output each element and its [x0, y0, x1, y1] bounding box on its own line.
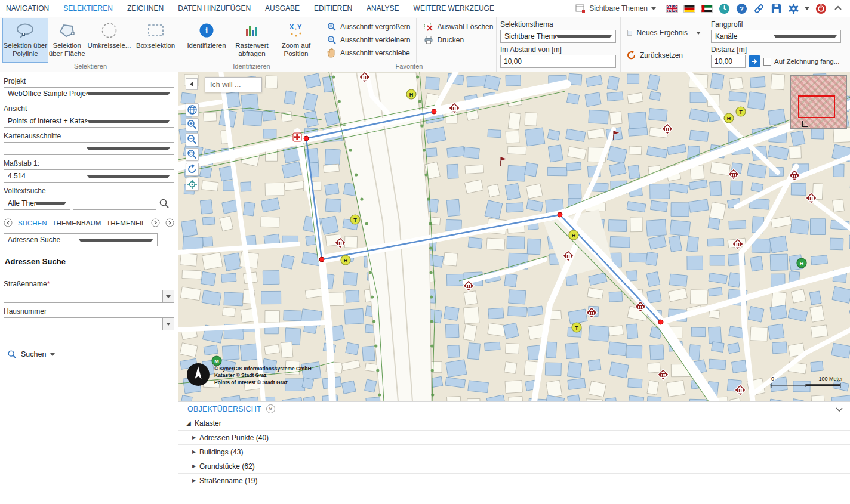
map-zoom-out-button[interactable]	[186, 133, 199, 146]
collapsed-triangle-icon[interactable]: ▶	[192, 478, 199, 483]
strassenname-input[interactable]	[4, 290, 162, 303]
poi-t-yellow-marker[interactable]: T	[736, 107, 746, 116]
volltextsuche-search-button[interactable]	[159, 198, 170, 209]
de-flag-icon[interactable]	[683, 5, 695, 13]
tree-row-buildings[interactable]: ▶ Buildings (43)	[178, 444, 850, 459]
save-icon[interactable]	[770, 2, 782, 14]
uk-flag-icon[interactable]	[666, 5, 678, 13]
ansicht-dropdown[interactable]: Points of Interest + Kataster	[4, 115, 174, 128]
abstand-input[interactable]	[500, 55, 616, 68]
map-zoom-in-button[interactable]	[186, 118, 199, 131]
zoom-window-button[interactable]	[186, 148, 199, 161]
poi-cross-marker[interactable]	[293, 133, 301, 141]
i-want-to-search-input[interactable]: Ich will ...	[205, 77, 262, 92]
overview-toggle-icon[interactable]	[802, 121, 808, 127]
identify-button[interactable]: i Identifizieren	[184, 18, 229, 63]
tabs-scroll-left-button[interactable]	[4, 218, 13, 227]
collapsed-triangle-icon[interactable]: ▶	[192, 449, 199, 454]
print-button[interactable]: Drucken	[421, 33, 495, 47]
ribbon: Selektion über Polylinie Selektion über …	[0, 17, 850, 72]
overview-map[interactable]	[790, 75, 847, 129]
selection-vertex[interactable]	[432, 109, 436, 114]
tree-row-adressen-punkte[interactable]: ▶ Adressen Punkte (40)	[178, 430, 850, 444]
select-by-polyline-button[interactable]: Selektion über Polylinie	[2, 18, 48, 63]
help-icon[interactable]: ?	[735, 2, 747, 14]
raster-value-button[interactable]: Rasterwert abfragen	[229, 18, 275, 63]
selection-vertex[interactable]	[304, 136, 309, 141]
tab-themenbaum[interactable]: THEMENBAUM	[53, 219, 101, 227]
pan-extent-button[interactable]: Ausschnitt verschiebe	[325, 47, 412, 60]
zoom-out-extent-button[interactable]: Ausschnitt verkleinern	[325, 33, 412, 47]
volltextsuche-scope-dropdown[interactable]: Alle Themen	[4, 197, 70, 210]
clear-selection-button[interactable]: Auswahl Löschen	[421, 20, 495, 33]
select-by-area-button[interactable]: Selektion über Fläche	[48, 18, 86, 63]
menu-editieren[interactable]: EDITIEREN	[314, 4, 352, 13]
hausnummer-dropdown-button[interactable]	[162, 317, 174, 330]
close-panel-icon[interactable]: ✕	[266, 404, 275, 413]
tab-suchen[interactable]: SUCHEN	[18, 219, 47, 227]
map-canvas[interactable]: HHHHHTTTM	[178, 72, 850, 401]
poi-h-yellow-marker[interactable]: H	[341, 255, 350, 265]
menu-zeichnen[interactable]: ZEICHNEN	[127, 4, 164, 13]
selektionsthema-dropdown[interactable]: Sichtbare Themen	[500, 30, 616, 43]
center-position-button[interactable]	[186, 178, 199, 191]
distanz-input[interactable]	[711, 55, 746, 68]
poi-h-green-marker[interactable]: H	[797, 258, 806, 268]
select-by-box-button[interactable]: Boxselektion	[133, 18, 178, 63]
object-overview-title[interactable]: OBJEKTÜBERSICHT	[187, 405, 261, 413]
poi-t-yellow-marker[interactable]: T	[350, 215, 360, 224]
suche-type-dropdown[interactable]: Adressen Suche	[4, 233, 158, 246]
tabs-more-button[interactable]	[165, 218, 174, 227]
tree-row-strassenname[interactable]: ▶ Straßenname (19)	[178, 473, 850, 487]
collapsed-triangle-icon[interactable]: ▶	[192, 435, 199, 440]
tree-row-grundstuecke[interactable]: ▶ Grundstücke (62)	[178, 459, 850, 473]
hausnummer-input[interactable]	[4, 317, 162, 330]
ae-flag-icon[interactable]	[701, 5, 713, 13]
fangprofil-dropdown[interactable]: Kanäle	[711, 30, 841, 43]
select-by-circle-button[interactable]: Umkreissele...	[86, 18, 133, 63]
menu-ausgabe[interactable]: AUSGABE	[265, 4, 300, 13]
poi-h-yellow-marker[interactable]: H	[406, 89, 416, 99]
snap-to-drawing-checkbox[interactable]	[763, 58, 771, 66]
new-result-button[interactable]: Neues Ergebnis	[624, 26, 703, 39]
selection-vertex[interactable]	[558, 212, 562, 217]
globe-full-extent-button[interactable]	[186, 103, 199, 116]
chevron-down-icon[interactable]	[696, 32, 701, 35]
history-clock-icon[interactable]	[718, 2, 730, 14]
zoom-in-extent-button[interactable]: Ausschnitt vergrößern	[325, 20, 412, 33]
menu-weitere-werkzeuge[interactable]: WEITERE WERKZEUGE	[414, 4, 494, 13]
poi-h-yellow-marker[interactable]: H	[724, 113, 734, 123]
collapsed-triangle-icon[interactable]: ▶	[192, 463, 199, 469]
selection-vertex[interactable]	[658, 320, 663, 324]
apply-distance-button[interactable]	[749, 55, 760, 67]
collapse-panel-chevron-icon[interactable]	[834, 406, 844, 412]
collapse-ribbon-chevron-icon[interactable]	[832, 2, 844, 14]
tab-themenfilter[interactable]: THEMENFILTER	[106, 219, 146, 227]
massstab-dropdown[interactable]: 4.514	[4, 169, 174, 183]
strassenname-dropdown-button[interactable]	[162, 290, 174, 303]
visible-themes-dropdown[interactable]: Sichtbare Themen	[575, 4, 656, 13]
projekt-dropdown[interactable]: WebOffice Sample Project	[4, 87, 174, 100]
volltextsuche-input[interactable]	[73, 197, 156, 210]
menu-selektieren[interactable]: SELEKTIEREN	[63, 4, 113, 13]
settings-chevron-icon[interactable]	[805, 7, 809, 10]
tabs-scroll-right-button[interactable]	[151, 218, 160, 227]
power-icon[interactable]	[815, 2, 827, 14]
reset-button[interactable]: Zurücksetzen	[624, 49, 703, 62]
collapse-sidebar-button[interactable]	[186, 78, 198, 90]
zoom-to-position-button[interactable]: X,Y Zoom auf Position	[275, 18, 318, 63]
expanded-triangle-icon[interactable]: ◢	[186, 420, 195, 426]
menu-navigation[interactable]: NAVIGATION	[6, 4, 49, 13]
menu-analyse[interactable]: ANALYSE	[367, 4, 399, 13]
settings-gear-icon[interactable]	[787, 2, 799, 14]
tree-row-kataster[interactable]: ◢ Kataster	[178, 416, 850, 430]
poi-h-yellow-marker[interactable]: H	[569, 230, 578, 240]
menu-daten-hinzufuegen[interactable]: DATEN HINZUFÜGEN	[178, 4, 251, 13]
previous-extent-button[interactable]	[186, 163, 199, 176]
poi-t-yellow-marker[interactable]: T	[572, 323, 581, 332]
selection-vertex[interactable]	[319, 257, 324, 262]
suchen-button[interactable]: Suchen	[4, 347, 58, 361]
kartenausschnitte-dropdown[interactable]	[4, 142, 174, 155]
overview-extent-rectangle[interactable]	[798, 95, 835, 118]
link-icon[interactable]	[753, 2, 765, 14]
